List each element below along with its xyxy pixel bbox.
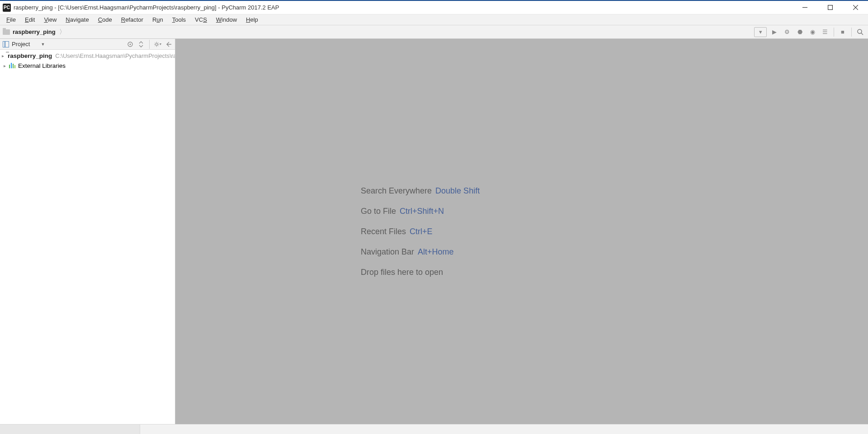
svg-point-4 — [858, 29, 862, 33]
project-panel-header[interactable]: Project ▼ ▾ — [0, 39, 175, 50]
maximize-button[interactable] — [817, 1, 843, 14]
shortcut-label: Navigation Bar — [361, 247, 414, 257]
menu-code[interactable]: Code — [94, 15, 117, 24]
tree-root-name: raspberry_ping — [8, 52, 52, 59]
menu-tools[interactable]: Tools — [168, 15, 190, 24]
profile-icon: ◉ — [810, 28, 815, 35]
shortcut-hint: Navigation BarAlt+Home — [361, 247, 480, 257]
breadcrumb[interactable]: raspberry_ping 〉 — [3, 28, 66, 36]
menu-vcs[interactable]: VCS — [190, 15, 212, 24]
main-area: Project ▼ ▾ — [0, 39, 868, 424]
chevron-down-icon: ▾ — [759, 28, 762, 35]
coverage-button[interactable]: ⬣ — [795, 27, 805, 37]
maximize-icon — [828, 5, 833, 10]
expand-icon[interactable]: ▸ — [2, 63, 7, 68]
menu-navigate[interactable]: Navigate — [61, 15, 93, 24]
project-tree: ▸ raspberry_ping C:\Users\Ernst.Haagsman… — [0, 50, 175, 424]
bug-icon: ⚙ — [784, 28, 790, 35]
shortcut-hint: Search EverywhereDouble Shift — [361, 186, 480, 196]
shortcut-key: Ctrl+E — [410, 227, 433, 236]
minimize-button[interactable] — [792, 1, 817, 14]
window-title: raspberry_ping - [C:\Users\Ernst.Haagsma… — [14, 4, 279, 11]
shortcut-label: Recent Files — [361, 227, 406, 236]
expand-icon[interactable]: ▸ — [2, 53, 4, 58]
menu-view[interactable]: View — [39, 15, 61, 24]
shortcut-hint: Recent FilesCtrl+E — [361, 227, 480, 236]
gear-icon[interactable]: ▾ — [154, 41, 161, 48]
separator — [834, 28, 834, 37]
menu-help[interactable]: Help — [241, 15, 263, 24]
stop-icon: ■ — [841, 28, 844, 35]
statusbar — [0, 424, 868, 434]
search-icon — [857, 28, 864, 36]
menubar: FileEditViewNavigateCodeRefactorRunTools… — [0, 14, 868, 25]
shortcut-label: Drop files here to open — [361, 268, 443, 277]
navbar: raspberry_ping 〉 ▾ ▶ ⚙ ⬣ ◉ ☰ ■ — [0, 25, 868, 39]
svg-point-7 — [130, 43, 131, 45]
project-panel: Project ▼ ▾ — [0, 39, 175, 424]
stop-button[interactable]: ■ — [838, 27, 848, 37]
status-segment — [0, 425, 140, 434]
profile-button[interactable]: ◉ — [807, 27, 817, 37]
locate-icon[interactable] — [127, 41, 134, 48]
tree-root-node[interactable]: ▸ raspberry_ping C:\Users\Ernst.Haagsman… — [0, 51, 175, 61]
project-panel-title: Project — [12, 41, 30, 47]
svg-rect-1 — [828, 5, 832, 10]
shortcut-hint: Go to FileCtrl+Shift+N — [361, 207, 480, 216]
shortcut-label: Search Everywhere — [361, 186, 432, 196]
library-icon — [9, 63, 16, 68]
shortcut-key: Ctrl+Shift+N — [400, 207, 444, 216]
shortcut-hint: Drop files here to open — [361, 268, 480, 277]
separator — [851, 28, 852, 37]
menu-refactor[interactable]: Refactor — [117, 15, 148, 24]
hide-panel-icon[interactable] — [165, 41, 172, 48]
debug-button[interactable]: ⚙ — [782, 27, 792, 37]
editor-empty-state[interactable]: Search EverywhereDouble ShiftGo to FileC… — [175, 39, 868, 424]
structure-button[interactable]: ☰ — [820, 27, 830, 37]
breadcrumb-project: raspberry_ping — [13, 28, 56, 35]
tree-external-libs-node[interactable]: ▸ External Libraries — [0, 61, 175, 71]
menu-edit[interactable]: Edit — [20, 15, 39, 24]
run-button[interactable]: ▶ — [769, 27, 779, 37]
run-config-dropdown[interactable]: ▾ — [754, 27, 767, 37]
menu-window[interactable]: Window — [212, 15, 241, 24]
close-icon — [853, 5, 858, 10]
shortcut-key: Double Shift — [435, 186, 480, 196]
collapse-icon[interactable] — [137, 41, 145, 48]
coverage-icon: ⬣ — [797, 28, 802, 35]
menu-run[interactable]: Run — [148, 15, 168, 24]
tree-external-libs-label: External Libraries — [18, 62, 66, 69]
close-button[interactable] — [843, 1, 868, 14]
project-view-icon — [3, 41, 9, 47]
search-everywhere-button[interactable] — [855, 27, 865, 37]
app-icon: PC — [3, 4, 11, 12]
titlebar: PC raspberry_ping - [C:\Users\Ernst.Haag… — [0, 1, 868, 14]
svg-point-8 — [156, 43, 158, 45]
chevron-down-icon[interactable]: ▼ — [41, 42, 45, 47]
tree-root-path: C:\Users\Ernst.Haagsman\PycharmProjects\… — [55, 52, 175, 59]
shortcut-hints: Search EverywhereDouble ShiftGo to FileC… — [361, 186, 480, 277]
folder-icon — [3, 29, 10, 35]
shortcut-key: Alt+Home — [418, 247, 454, 257]
shortcut-label: Go to File — [361, 207, 396, 216]
separator — [149, 40, 150, 49]
svg-line-5 — [861, 33, 863, 35]
menu-file[interactable]: File — [2, 15, 20, 24]
chevron-right-icon: 〉 — [59, 28, 66, 36]
minimize-icon — [802, 5, 807, 10]
structure-icon: ☰ — [822, 28, 828, 35]
play-icon: ▶ — [772, 28, 777, 35]
